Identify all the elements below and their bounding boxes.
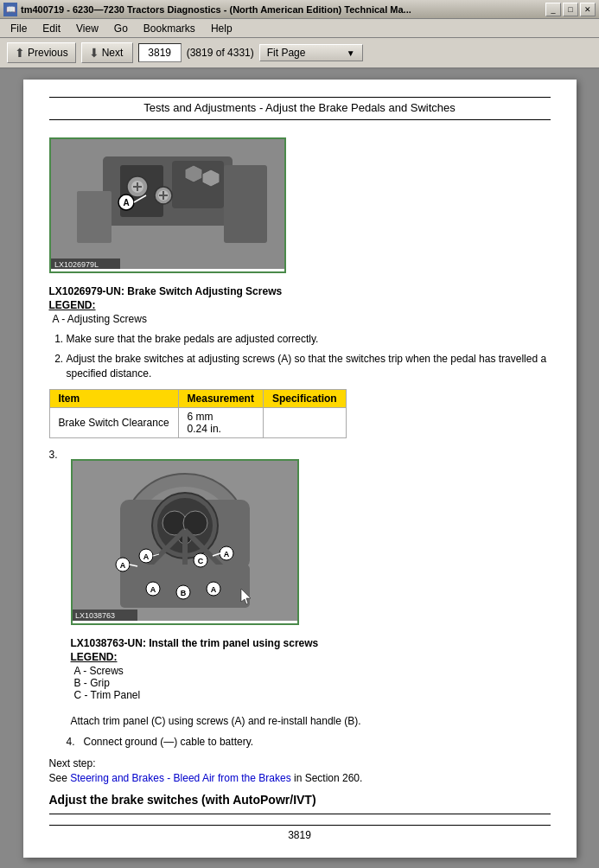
step-3-text: Attach trim panel (C) using screws (A) a… [71,715,361,727]
svg-text:A: A [123,198,129,207]
page-header-text: Tests and Adjustments - Adjust the Brake… [143,101,456,114]
fit-page-dropdown[interactable]: Fit Page ▼ [259,44,363,61]
next-label: Next [102,47,124,59]
maximize-button[interactable]: □ [563,3,578,16]
dropdown-arrow-icon: ▼ [347,48,355,58]
svg-marker-15 [185,165,202,182]
figure2-legend-item-b: B - Grip [74,677,361,689]
link-prefix: See [49,772,71,784]
previous-button[interactable]: ⬆ Previous [7,42,76,63]
step-1: Make sure that the brake pedals are adju… [67,332,551,347]
figure1-caption-id: LX1026979-UN: Brake Switch Adjusting Scr… [49,285,551,297]
page-info: (3819 of 4331) [187,47,254,59]
title-bar: 📖 tm400719 - 6230—7230 Tractors Diagnost… [0,0,599,19]
menu-bar: File Edit View Go Bookmarks Help [0,19,599,38]
figure1-legend-title: LEGEND: [49,299,551,311]
table-cell-measurement: 6 mm0.24 in. [178,408,263,438]
toolbar: ⬆ Previous ⬇ Next (3819 of 4331) Fit Pag… [0,38,599,69]
step-3-container: 3. [49,447,551,727]
step-3-content: A A C A B [71,447,361,727]
svg-text:C: C [197,557,203,565]
figure2-box: A A C A B [71,459,299,625]
menu-help[interactable]: Help [204,21,239,36]
page-footer-number: 3819 [49,825,551,841]
content-area: Tests and Adjustments - Adjust the Brake… [0,69,599,868]
step-4-text: Connect ground (—) cable to battery. [84,736,254,748]
steps-list: Make sure that the brake pedals are adju… [67,332,551,380]
next-step-label: Next step: [49,757,96,769]
close-button[interactable]: ✕ [580,3,596,16]
menu-bookmarks[interactable]: Bookmarks [137,21,202,36]
step-4: 4. Connect ground (—) cable to battery. [67,736,551,748]
page-content: Tests and Adjustments - Adjust the Brake… [23,80,577,858]
next-icon: ⬇ [89,46,99,60]
svg-text:A: A [150,585,156,594]
table-header-specification: Specification [263,390,346,408]
figure2-legend-title: LEGEND: [71,651,361,663]
figure1-legend-item-a: A - Adjusting Screws [53,313,551,325]
menu-go[interactable]: Go [107,21,135,36]
step-2: Adjust the brake switches at adjusting s… [67,352,551,381]
brake-air-link[interactable]: Steering and Brakes - Bleed Air from the… [70,772,290,784]
section-heading: Adjust the brake switches (with AutoPowr… [49,793,551,807]
figure2-caption-id: LX1038763-UN: Install the trim panel usi… [71,637,361,649]
fit-page-label: Fit Page [267,47,306,59]
spec-table: Item Measurement Specification Brake Swi… [49,389,347,438]
svg-text:A: A [210,585,216,594]
table-row: Brake Switch Clearance 6 mm0.24 in. [49,408,346,438]
svg-text:B: B [180,589,186,597]
table-cell-specification [263,408,346,438]
next-button[interactable]: ⬇ Next [81,42,133,63]
svg-rect-17 [77,191,112,243]
menu-edit[interactable]: Edit [35,21,67,36]
svg-text:A: A [119,561,125,570]
minimize-button[interactable]: _ [545,3,561,16]
svg-text:A: A [223,550,229,558]
figure2-wrapper: A A C A B [71,452,361,632]
link-suffix: in Section 260. [291,772,363,784]
svg-text:A: A [143,552,149,561]
page-header: Tests and Adjustments - Adjust the Brake… [49,97,551,120]
menu-view[interactable]: View [69,21,105,36]
figure1-box: A LX1026979L [49,137,286,273]
previous-label: Previous [28,47,68,59]
window-title: tm400719 - 6230—7230 Tractors Diagnostic… [21,4,411,15]
figure1-image: A LX1026979L [51,139,284,269]
svg-text:LX1026979L: LX1026979L [54,260,99,269]
figure1-wrapper: A LX1026979L [49,131,551,280]
svg-marker-16 [202,169,220,187]
figure2-legend-item-a: A - Screws [74,665,361,677]
figure2-image: A A C A B [73,461,297,621]
figure2-legend-item-c: C - Trim Panel [74,689,361,701]
svg-text:LX1038763: LX1038763 [75,611,115,620]
step-4-number: 4. [67,736,81,748]
app-icon: 📖 [3,3,17,16]
page-number-input[interactable] [138,43,182,62]
previous-icon: ⬆ [15,46,25,60]
menu-file[interactable]: File [3,21,34,36]
table-header-item: Item [49,390,178,408]
table-cell-item: Brake Switch Clearance [49,408,178,438]
table-header-measurement: Measurement [178,390,263,408]
step-3-number: 3. [49,447,71,461]
svg-rect-18 [224,165,267,243]
